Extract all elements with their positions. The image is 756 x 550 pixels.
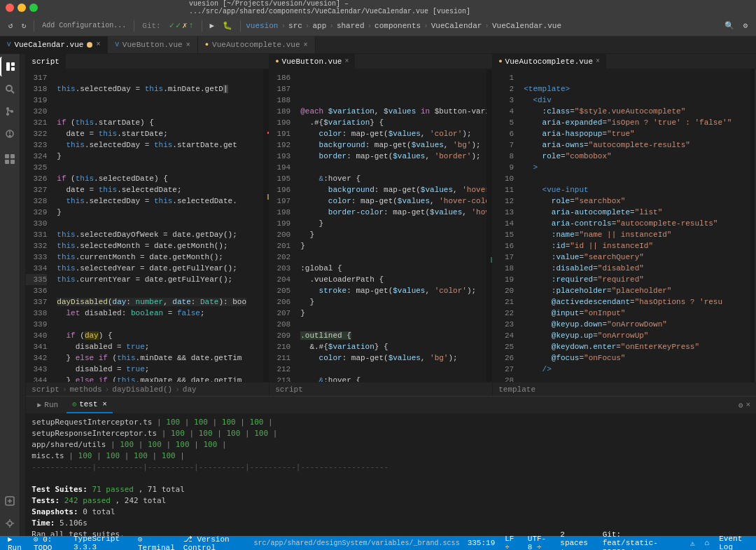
tree-item-vue-shim[interactable]: TS vue-shim.d.ts <box>20 233 26 250</box>
activity-debug[interactable] <box>0 124 20 144</box>
tree-item-global-d[interactable]: TS global.d.ts <box>20 204 26 214</box>
tree-item-icon192-2[interactable]: ⬜ icon-192x192.png 318 <box>20 87 26 104</box>
npm-item-storybook-build[interactable]: storybook:build <box>20 430 26 440</box>
tree-item-contributorsrc[interactable]: 📄 all-contributorsrc <box>20 250 26 267</box>
traffic-light-zoom[interactable] <box>29 4 38 12</box>
sb-home-icon[interactable]: ⌂ <box>703 539 712 547</box>
npm-item-e2e[interactable]: e2e <box>20 391 26 401</box>
tab-close-vueautocomplete[interactable]: × <box>304 41 308 49</box>
run-btn[interactable]: ▶ <box>207 20 218 32</box>
activity-extensions[interactable] <box>0 149 20 169</box>
sb-git-branch[interactable]: Git: feat/static-pages ÷ <box>601 530 682 550</box>
activity-bottom-1[interactable] <box>0 491 20 511</box>
sb-lf[interactable]: LF ÷ <box>503 535 520 550</box>
terminal-settings-icon[interactable]: ⚙ <box>738 401 743 410</box>
sb-position[interactable]: 335:19 <box>465 539 498 547</box>
tab-vueautocomplete[interactable]: ● VueAutocomplete.vue × <box>198 36 316 53</box>
settings-icon[interactable]: ⚙ <box>740 20 750 32</box>
bc-daydisabled[interactable]: dayDisabled() <box>112 385 172 394</box>
breadcrumb-vuecalendar[interactable]: VueCalendar <box>431 22 482 30</box>
npm-item-add[interactable]: add <box>20 347 26 357</box>
sb-run-btn[interactable]: ▶ Run <box>6 535 27 551</box>
breadcrumb-shared[interactable]: shared <box>337 22 365 30</box>
breadcrumb-src[interactable]: src <box>288 22 302 30</box>
bc-day[interactable]: day <box>183 385 197 394</box>
tree-item-sitemap[interactable]: 📄 sitemap.xml 324 <box>20 177 26 187</box>
breadcrumb-vuesion[interactable]: vuesion <box>246 22 278 30</box>
npm-item-build[interactable]: build <box>20 489 26 499</box>
sb-encoding[interactable]: UTF-8 ÷ <box>526 535 552 550</box>
sb-warning-icon[interactable]: ⚠ <box>688 539 697 548</box>
bc-methods[interactable]: methods <box>70 385 102 394</box>
npm-item-lint[interactable]: lint <box>20 401 26 411</box>
panel1-tab-script[interactable]: script <box>26 54 66 69</box>
tree-item-npm-vuesion[interactable]: ▼ { } vuesion/package.json <box>20 309 26 327</box>
npm-item-release-patch[interactable]: release:patch <box>20 479 26 489</box>
panel3-code-editor[interactable]: 12345 678910 1112131415 1617181920 21222… <box>493 69 756 382</box>
npm-item-extract[interactable]: extract-i18n-messages <box>20 357 26 381</box>
tab-vuecalendar[interactable]: V VueCalendar.vue × <box>0 36 108 53</box>
panel1-code-content[interactable]: this.selectedDay = this.minDate.getD| if… <box>51 69 263 382</box>
breadcrumb-components[interactable]: components <box>374 22 421 30</box>
panel3-bc-template[interactable]: template <box>498 385 536 394</box>
tree-item-robots[interactable]: 📄 robots.txt 323 <box>20 166 26 177</box>
panel2-code-content[interactable]: @each $variation, $values in $button-var… <box>295 69 486 382</box>
npm-item-build-spa[interactable]: build:spa <box>20 509 26 518</box>
npm-item-release-minor[interactable]: release:minor <box>20 469 26 479</box>
activity-search[interactable] <box>0 79 20 99</box>
add-config-btn[interactable]: Add Configuration... <box>39 20 129 31</box>
tree-item-babelrc[interactable]: { } .babelrc <box>20 267 26 285</box>
tree-item-icon384[interactable]: ⬜ icon-384x384.png 319 <box>20 104 26 121</box>
tab-close-vuecalendar[interactable]: × <box>96 41 100 48</box>
npm-item-release-major[interactable]: release:major <box>20 460 26 469</box>
tree-item-index-template[interactable]: H index.template.html <box>20 214 26 224</box>
panel2-tab-script[interactable]: ● VueButton.vue × <box>270 54 355 69</box>
tree-item-icon512[interactable]: ⬜ icon-512x512.png 320 <box>20 121 26 137</box>
tree-item-vue-plugins[interactable]: TS vue.plugins.d.ts <box>20 224 26 233</box>
sb-vcs-btn[interactable]: ⎇ Version Control <box>181 535 248 551</box>
sb-event-log[interactable]: Event Log <box>717 535 750 550</box>
npm-item-generate[interactable]: generate <box>20 337 26 347</box>
sb-indent[interactable]: 2 spaces ÷ <box>558 530 594 550</box>
tab-close-vuebutton[interactable]: × <box>186 41 190 49</box>
npm-item-build-analyze[interactable]: build:analyze <box>20 499 26 509</box>
activity-git[interactable] <box>0 102 20 121</box>
npm-item-prettier[interactable]: prettier <box>20 450 26 460</box>
tab-vuebutton[interactable]: V VueButton.vue × <box>108 36 197 53</box>
sb-terminal-btn[interactable]: ⊙ Terminal <box>136 535 177 551</box>
panel2-code-editor[interactable]: 186187188189190 191192193194195 19619719… <box>270 69 492 382</box>
panel1-code-editor[interactable]: 317318319320321 322323324325326 32732832… <box>26 69 269 382</box>
traffic-light-minimize[interactable] <box>18 4 26 12</box>
editor-panels: script 317318319320321 322323324325326 3… <box>26 54 756 396</box>
tree-item-manifest[interactable]: { } manifest.json 321 <box>20 137 26 156</box>
npm-item-clean[interactable]: clean <box>20 411 26 420</box>
traffic-light-close[interactable] <box>6 4 14 12</box>
npm-item-storybook-dev[interactable]: storybook:dev <box>20 420 26 430</box>
git-status-icons[interactable]: ✓ ✓ ✗ ↑ <box>167 19 197 32</box>
tree-item-custom-typings[interactable]: TS custom-typings.d.ts <box>20 187 26 204</box>
panel3-code-content[interactable]: <template> <div :class="$style.vueAutoco… <box>518 69 750 382</box>
debug-btn[interactable]: 🐛 <box>220 20 235 32</box>
breadcrumb-app[interactable]: app <box>312 22 326 30</box>
bc-script[interactable]: script <box>31 385 59 394</box>
terminal-tab-run[interactable]: ▶ Run <box>31 397 64 413</box>
editor-panel-calendar: script 317318319320321 322323324325326 3… <box>26 54 270 396</box>
search-icon[interactable]: 🔍 <box>722 20 737 32</box>
terminal-close-icon[interactable]: × <box>746 401 750 409</box>
nav-back-btn[interactable]: ↺ <box>6 20 16 32</box>
activity-bottom-2[interactable] <box>0 514 20 533</box>
breadcrumb-file[interactable]: VueCalendar.vue <box>492 22 561 30</box>
tree-item-readme[interactable]: 📄 README.md 322 <box>20 156 26 166</box>
npm-item-update[interactable]: update <box>20 440 26 450</box>
tree-item-dockerignore[interactable]: 📄 .dockerignore <box>20 285 26 296</box>
sb-typescript-btn[interactable]: TypeScript 3.3.3 <box>71 535 132 550</box>
nav-forward-btn[interactable]: ↻ <box>19 20 29 32</box>
tree-item-icon192-1[interactable]: ⬜ icon-192x192.png 317 <box>20 70 26 87</box>
npm-item-test[interactable]: test <box>20 381 26 391</box>
terminal-tab-test[interactable]: ⊙ test × <box>66 397 113 413</box>
panel3-tab-template[interactable]: ● VueAutocomplete.vue × <box>493 54 606 69</box>
panel2-bc-script[interactable]: script <box>275 385 303 394</box>
activity-explorer[interactable] <box>0 57 20 76</box>
sb-todo-btn[interactable]: ⊙ 0: TODO <box>31 535 67 551</box>
npm-item-dev[interactable]: dev <box>20 327 26 337</box>
